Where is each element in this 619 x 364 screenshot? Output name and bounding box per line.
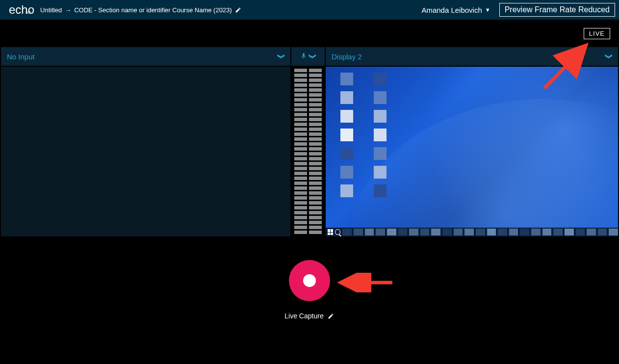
- logo-sub: 360: [26, 11, 31, 14]
- video-source-left-dropdown[interactable]: No Input ❯: [1, 47, 290, 66]
- vu-channel-right: [309, 69, 322, 234]
- preview-panel-right: [326, 67, 618, 236]
- start-icon: [328, 229, 333, 235]
- pencil-icon: [328, 313, 334, 319]
- pencil-icon: [235, 7, 241, 13]
- live-badge: LIVE: [584, 28, 610, 39]
- record-area: Live Capture: [0, 260, 619, 320]
- capture-name-label: Live Capture: [284, 312, 323, 320]
- microphone-icon: [300, 52, 307, 61]
- search-icon: [335, 229, 340, 235]
- audio-source-dropdown[interactable]: ❯: [291, 47, 325, 66]
- chevron-down-icon: ▼: [485, 7, 490, 13]
- arrow-icon: →: [65, 6, 71, 14]
- audio-vu-meter: [291, 67, 325, 236]
- video-source-left-label: No Input: [7, 52, 35, 61]
- status-row: LIVE: [0, 20, 619, 47]
- edit-capture-name-button[interactable]: [328, 312, 335, 319]
- record-dot-icon: [303, 274, 316, 287]
- framerate-notice[interactable]: Preview Frame Rate Reduced: [499, 3, 615, 17]
- breadcrumb-untitled: Untitled: [40, 6, 62, 14]
- capture-name-row: Live Capture: [284, 312, 334, 320]
- video-source-right-label: Display 2: [332, 52, 362, 61]
- record-button[interactable]: [289, 260, 330, 301]
- chevron-down-icon: ❯: [309, 53, 317, 59]
- breadcrumb-course: CODE - Section name or identifier Course…: [74, 6, 232, 14]
- video-source-right-dropdown[interactable]: Display 2 ❯: [326, 47, 618, 66]
- vu-channel-left: [294, 69, 307, 234]
- breadcrumb: Untitled → CODE - Section name or identi…: [40, 6, 242, 14]
- preview-panel-left: [1, 67, 290, 236]
- user-name: Amanda Leibovich: [421, 6, 482, 14]
- windows-taskbar: [326, 228, 618, 236]
- chevron-down-icon: ❯: [605, 53, 613, 59]
- chevron-down-icon: ❯: [278, 53, 285, 59]
- desktop-icons: [340, 73, 387, 197]
- logo: echo360: [4, 3, 34, 17]
- preview-row: [0, 66, 619, 236]
- edit-title-button[interactable]: [235, 6, 242, 13]
- user-menu[interactable]: Amanda Leibovich ▼: [421, 6, 493, 14]
- sources-row: No Input ❯ ❯ Display 2 ❯: [0, 47, 619, 66]
- app-header: echo360 Untitled → CODE - Section name o…: [0, 0, 619, 20]
